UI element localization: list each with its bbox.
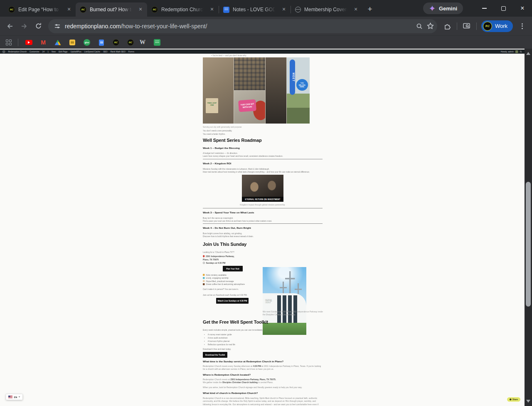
restore-button[interactable] [494,0,513,17]
rc-favicon: RC [8,6,15,13]
admin-forms[interactable]: Forms [128,50,134,53]
bookmark-star-icon[interactable] [427,22,434,30]
new-tab-button[interactable]: + [364,3,376,15]
week2-line: Missions Sunday with the missionaries to… [203,168,270,170]
toolkit-intro: Every week includes simple, practical to… [203,329,263,331]
minimize-button[interactable] [475,0,494,17]
admin-comments-count[interactable]: 1 [47,50,49,53]
hands-icon [203,280,205,282]
bookmark-w-icon[interactable]: W [138,38,147,47]
admin-updates-count[interactable]: 14 [42,50,45,53]
scroll-down-arrow[interactable] [526,400,530,403]
admin-site-name[interactable]: Redemption Church [8,50,27,53]
collage-caption: Serving our city with generosity and pur… [203,126,241,128]
plan-your-visit-button[interactable]: Plan Your Visit [223,266,243,272]
roi-banner-text: ETERNAL RETURN ON INVESTMENT [242,197,283,202]
join-lead: Looking for a “Church in Plano TX”? [203,251,234,253]
collage-indoor-photo [266,57,286,124]
tab-edit-page[interactable]: RC Edit Page “How to Res × [4,2,76,17]
scroll-up-arrow[interactable] [526,52,530,55]
collage-portrait-photo [234,57,265,90]
site-info-icon[interactable] [54,23,61,30]
refresh-icon[interactable] [32,20,45,33]
language-selector[interactable]: EN [6,394,23,400]
back-icon[interactable] [3,20,17,33]
share-button[interactable]: Share [507,397,520,402]
bookmark-docs-icon[interactable] [97,38,106,47]
forward-icon[interactable] [17,20,31,33]
tab-close-icon[interactable]: × [137,6,144,13]
week3-line: Find a pace your soul can thrive at and … [203,220,272,222]
community-collage-image: FEED JUST ONE YOU CAN SIT WITH US! MEET … [203,57,310,124]
bookmark-youtube-icon[interactable] [25,38,33,47]
side-panel-search-icon[interactable] [460,20,473,33]
toolkit-item: A money reset starter guide [203,333,232,336]
admin-new[interactable]: New [52,50,56,53]
zoom-indicator-icon[interactable] [416,23,423,30]
bookmark-gmail-icon[interactable]: M [39,38,47,47]
feed-box: FEED JUST ONE [206,98,218,113]
admin-rank-math[interactable]: Rank Math SEO [111,50,126,53]
tab-close-icon[interactable]: × [209,6,215,13]
admin-seo[interactable]: SEO [103,50,108,53]
admin-updraftplus[interactable]: UpdraftPlus [71,50,81,53]
sparkle-icon [203,274,205,276]
bookmark-drive-icon[interactable] [54,38,62,47]
bookmark-rc-icon[interactable]: RC [112,38,120,47]
tab-close-icon[interactable]: × [352,6,359,13]
week1-line: A budget isn't restriction — it's direct… [203,152,238,154]
share-label: Share [512,399,518,401]
collage-outdoor-photo: MEET YOU BELONG HERE. [287,57,310,124]
address-line-1: 2301 Independence Parkway, [203,255,234,257]
rc-favicon: RC [151,6,158,13]
intro-line: You need a better rhythm. [203,133,225,135]
church-sign-text: DISCIPLES CHRISTIAN CHURCH [265,299,274,304]
toolkit-item: A burnout rhythm planner [203,340,230,342]
apps-grid-icon[interactable] [6,40,12,45]
watch-live-button[interactable]: Watch Live Sundays at 4:30 PM [216,298,249,304]
bookmark-rc-icon-2[interactable]: RC [126,38,135,47]
menu-kebab-icon[interactable] [515,20,529,33]
scrollbar-track[interactable] [525,49,532,406]
bookmarks-divider [18,39,18,46]
extensions-puzzle-icon[interactable] [441,20,454,33]
tab-membership-covenant[interactable]: Membership Covenan × [291,2,362,17]
tab-title: Notes - LOVE GOD Sta [233,7,277,12]
collage-sign-photo: YOU CAN SIT WITH US! [234,91,265,124]
tab-strip: RC Edit Page “How to Res × RC Burned out… [0,2,377,17]
tab-title: Redemption Church | [161,7,205,12]
sit-with-us-sign: YOU CAN SIT WITH US! [238,99,256,112]
admin-search-icon[interactable] [520,50,522,53]
globe-favicon [295,7,301,12]
profile-button[interactable]: RC Work [481,20,513,32]
tab-burned-out-active[interactable]: RC Burned out? How to R × [76,2,147,17]
week2-heading: Week 2 – Kingdom ROI [203,162,231,165]
download-toolkit-button[interactable]: Download the Toolkit [203,352,227,358]
admin-cache[interactable]: LiteSpeed Cache [84,50,100,53]
profile-label: Work [495,23,507,29]
admin-edit-page[interactable]: Edit Page [59,50,68,53]
join-bullet: Great coffee bar & welcoming atmosphere [203,283,245,286]
close-window-button[interactable]: × [513,0,532,17]
toolkit-outro: Download it free and start today. [203,348,231,350]
gemini-button[interactable]: Gemini [423,2,463,14]
tab-close-icon[interactable]: × [66,6,72,13]
tab-notes[interactable]: Notes - LOVE GOD Sta × [219,2,291,17]
clock-icon [203,262,205,264]
join-heading: Join Us This Sunday [203,242,246,247]
collage-volunteers-photo: FEED JUST ONE [203,57,234,124]
page-viewport: W Redemption Church Customize 14 1 New E… [0,49,525,406]
scrollbar-thumb[interactable] [526,182,531,307]
tab-redemption-church[interactable]: RC Redemption Church | × [147,2,219,17]
faq1-question: What time is the Sunday service at Redem… [203,360,283,363]
bookmark-keep-icon[interactable] [68,38,76,47]
admin-customize[interactable]: Customize [30,50,39,53]
wordpress-logo-icon[interactable]: W [2,50,5,53]
bookmark-gloo-icon[interactable]: gloo [83,38,91,47]
week4-line: Discover how to build rhythms that renew… [203,235,254,238]
admin-howdy[interactable]: Howdy, admin [501,50,514,53]
address-bar[interactable]: redemptionplano.com/how-to-reset-your-li… [48,19,437,33]
bookmark-list-icon[interactable] [153,38,161,47]
gemini-sparkle-icon [429,5,436,12]
tab-close-icon[interactable]: × [281,6,287,13]
